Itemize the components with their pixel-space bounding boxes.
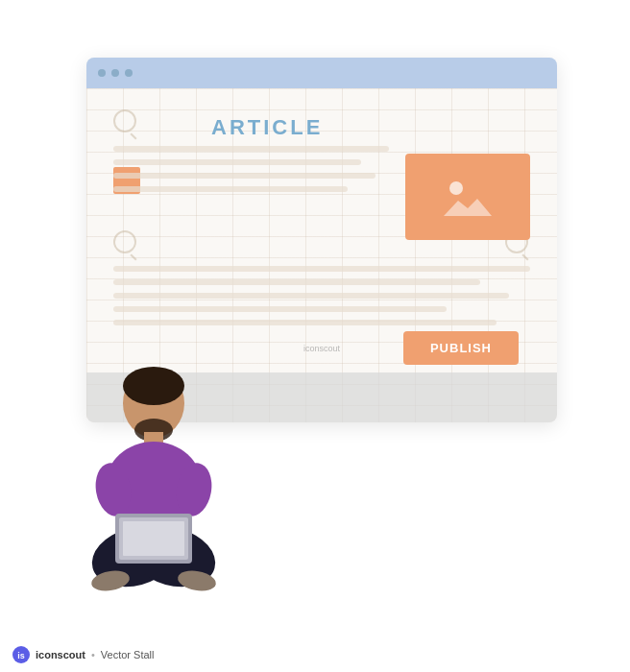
svg-text:is: is [17,651,25,660]
browser-dot-1 [98,69,106,77]
content-line-4 [113,186,348,192]
article-title: ARTICLE [211,115,323,140]
svg-point-2 [123,367,184,405]
image-sun-circle [449,181,463,195]
content-line-6 [113,279,480,285]
content-lines-top [113,146,389,200]
browser-dot-2 [111,69,119,77]
content-line-2 [113,159,361,165]
content-line-1 [113,146,389,152]
content-line-3 [113,173,376,179]
vector-stall-label: Vector Stall [101,649,155,660]
person-illustration [48,336,259,643]
publish-label: PUBLISH [430,341,492,355]
branding-divider: • [91,649,95,660]
search-icon-1 [113,109,136,132]
main-container: ARTICLE [0,0,630,672]
search-icon-2 [113,230,136,253]
content-line-8 [113,306,447,312]
publish-button[interactable]: PUBLISH [403,331,519,365]
iconscout-logo-text: iconscout [36,649,85,660]
content-lines-bottom [113,266,530,333]
browser-titlebar [86,58,557,88]
content-line-9 [113,320,497,325]
image-placeholder-inner [444,178,492,216]
iconscout-watermark: iconscout [303,344,340,353]
image-mountains-icon [444,195,492,216]
content-line-7 [113,293,509,299]
svg-rect-14 [123,521,184,556]
iconscout-logo-icon: is [12,645,31,664]
browser-dot-3 [125,69,133,77]
bottom-branding-bar: is iconscout • Vector Stall [0,637,630,672]
svg-marker-0 [444,199,492,216]
iconscout-logo: is iconscout [12,645,85,664]
image-placeholder [405,154,530,240]
content-line-5 [113,266,530,272]
